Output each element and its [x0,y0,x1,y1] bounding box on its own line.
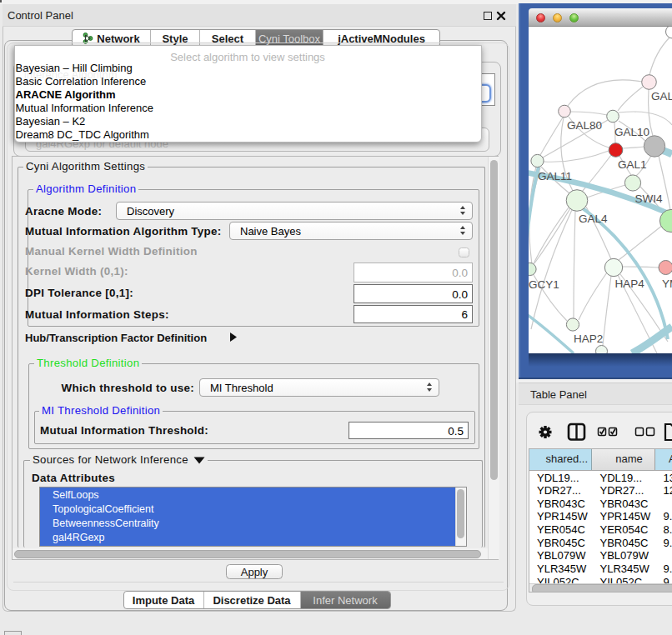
svg-text:SWI4: SWI4 [635,192,663,205]
svg-text:GAL11: GAL11 [538,170,572,182]
svg-text:GAL2: GAL2 [651,90,672,102]
svg-text:GAL1: GAL1 [618,158,647,171]
svg-text:GAL4: GAL4 [579,212,608,225]
svg-text:GAL80: GAL80 [567,119,602,132]
svg-text:GAL10: GAL10 [614,126,649,138]
svg-text:YM: YM [662,278,672,290]
svg-text:HAP4: HAP4 [615,278,645,290]
svg-text:GCY1: GCY1 [529,278,559,291]
svg-text:HAP2: HAP2 [574,332,603,345]
